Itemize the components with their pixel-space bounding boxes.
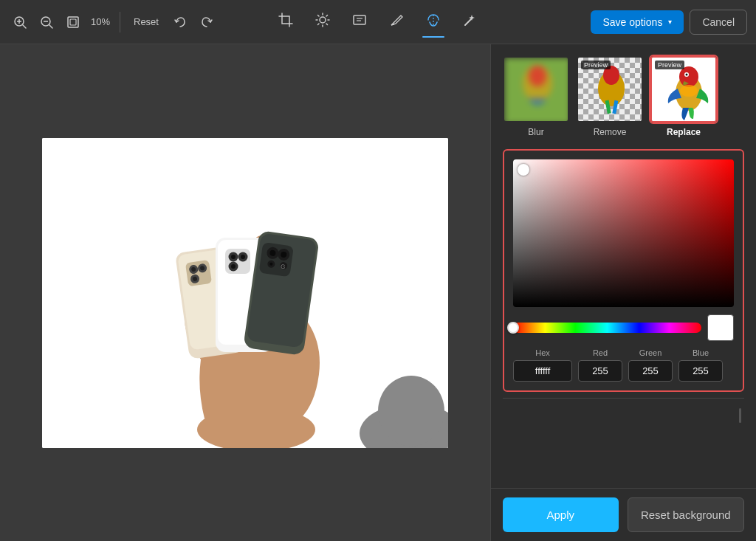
hex-label: Hex [513, 348, 572, 357]
red-input-group: Red [578, 348, 622, 382]
svg-line-17 [318, 24, 320, 25]
save-options-button[interactable]: Save options ▾ [591, 10, 684, 34]
toolbar-divider-1 [120, 12, 120, 32]
save-options-chevron: ▾ [668, 18, 672, 26]
blue-input[interactable] [678, 360, 723, 382]
effects-tool[interactable] [422, 9, 444, 35]
hue-row [513, 314, 734, 341]
color-inputs-row: Hex Red Green Blue [513, 348, 734, 382]
svg-rect-18 [354, 15, 365, 24]
svg-rect-8 [70, 19, 76, 25]
canvas-area[interactable]: G [0, 44, 490, 541]
bg-option-remove[interactable]: Preview Remove [577, 56, 643, 137]
transparent-preview: Preview [578, 58, 642, 121]
svg-point-67 [686, 74, 688, 76]
hex-input[interactable] [513, 360, 572, 382]
toolbar-right: Save options ▾ Cancel [591, 10, 747, 35]
text-tool[interactable] [348, 9, 371, 35]
svg-rect-27 [185, 260, 212, 286]
svg-point-42 [231, 264, 236, 269]
remove-thumb[interactable]: Preview [577, 56, 643, 123]
brightness-tool[interactable] [312, 9, 334, 35]
svg-rect-7 [68, 17, 78, 27]
redo-button[interactable] [196, 13, 218, 32]
zoom-out-button[interactable] [35, 13, 58, 32]
replace-thumb-container[interactable]: Preview [650, 56, 717, 123]
right-panel: Blur Preview [490, 44, 756, 541]
svg-point-9 [320, 17, 326, 23]
red-input[interactable] [578, 360, 622, 382]
bg-option-replace[interactable]: Preview [650, 56, 717, 137]
magic-tool[interactable] [459, 9, 481, 35]
svg-line-15 [326, 24, 328, 25]
blur-thumb[interactable] [503, 56, 569, 123]
blur-preview [504, 58, 568, 121]
remove-label: Remove [594, 127, 627, 137]
fit-frame-button[interactable] [62, 13, 84, 32]
main-content: G [0, 44, 756, 541]
svg-rect-36 [225, 249, 250, 274]
color-swatch [707, 314, 734, 341]
replace-label: Replace [667, 127, 701, 137]
svg-line-14 [318, 15, 320, 17]
green-input-group: Green [628, 348, 673, 382]
red-label: Red [578, 348, 622, 357]
undo-button[interactable] [169, 13, 191, 32]
panel-actions: Apply Reset background [491, 488, 756, 541]
svg-point-55 [378, 376, 444, 447]
canvas-image: G [42, 138, 448, 448]
cancel-button[interactable]: Cancel [690, 10, 747, 35]
zoom-level: 10% [89, 16, 112, 27]
svg-point-40 [241, 255, 245, 259]
svg-line-16 [326, 15, 328, 17]
svg-point-65 [679, 66, 698, 87]
svg-rect-45 [259, 241, 294, 276]
bg-options: Blur Preview [503, 56, 744, 137]
svg-line-1 [23, 25, 26, 28]
replace-preview-badge: Preview [655, 61, 684, 69]
hex-input-group: Hex [513, 348, 572, 382]
replace-preview: Preview [652, 58, 715, 121]
gradient-thumb[interactable] [518, 164, 529, 176]
green-input[interactable] [628, 360, 673, 382]
color-picker: Hex Red Green Blue [503, 149, 744, 392]
hue-thumb[interactable] [507, 322, 519, 334]
svg-point-38 [231, 255, 236, 259]
panel-divider [503, 398, 744, 399]
svg-line-5 [49, 25, 52, 28]
remove-preview-badge: Preview [581, 61, 611, 69]
panel-scroll: Blur Preview [491, 44, 756, 488]
green-label: Green [628, 348, 673, 357]
draw-tool[interactable] [385, 9, 408, 35]
apply-button[interactable]: Apply [503, 497, 619, 532]
hue-slider[interactable] [513, 323, 701, 333]
svg-point-58 [529, 66, 546, 86]
bg-option-blur[interactable]: Blur [503, 56, 569, 137]
toolbar: 10% Reset [0, 0, 756, 44]
reset-button[interactable]: Reset [128, 13, 165, 30]
blur-label: Blur [528, 127, 543, 137]
scrollbar-thumb [739, 408, 741, 423]
zoom-in-button[interactable] [9, 13, 31, 32]
svg-text:G: G [280, 263, 285, 270]
blue-input-group: Blue [678, 348, 723, 382]
color-gradient-box[interactable] [513, 159, 734, 307]
reset-background-button[interactable]: Reset background [628, 497, 745, 532]
crop-tool[interactable] [275, 9, 297, 35]
svg-point-68 [680, 85, 698, 97]
blue-label: Blue [678, 348, 723, 357]
